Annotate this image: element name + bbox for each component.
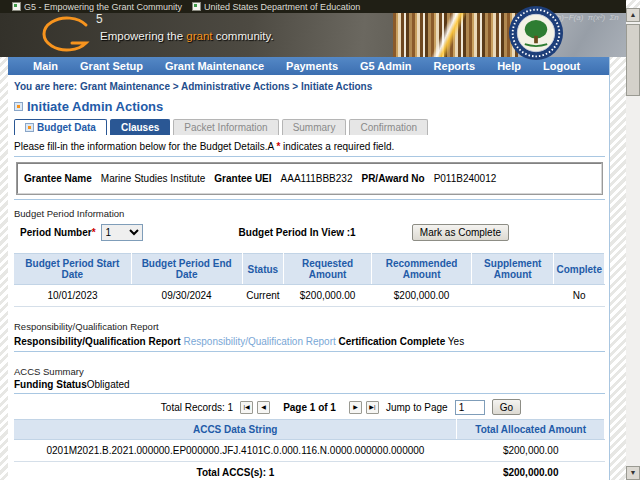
col-accs-data-string: ACCS Data String	[14, 420, 457, 440]
budget-period-controls: Period Number * 1 Budget Period In View …	[14, 224, 605, 241]
instruction-text: Please fill-in the information below for…	[14, 141, 605, 152]
cell-start-date: 10/01/2023	[14, 285, 131, 307]
col-end-date: Budget Period End Date	[131, 254, 242, 285]
tab-confirmation[interactable]: Confirmation	[349, 119, 428, 135]
nav-logout[interactable]: Logout	[532, 60, 591, 72]
banner-tagline: Empowering the grant community.	[100, 30, 274, 42]
scroll-down-icon[interactable]: ▼	[626, 466, 640, 480]
cell-total-allocated-amount: $200,000.00	[457, 440, 605, 462]
mark-as-complete-button[interactable]: Mark as Complete	[412, 224, 509, 241]
nav-payments[interactable]: Payments	[275, 60, 349, 72]
go-button[interactable]: Go	[492, 399, 521, 415]
grantee-name-value: Marine Studies Institute	[101, 173, 206, 184]
accs-total-label: Total ACCS(s): 1	[14, 462, 457, 480]
tab-clauses[interactable]: Clauses	[110, 119, 170, 135]
page-indicator: Page 1 of 1	[277, 402, 342, 413]
cell-complete: No	[554, 285, 605, 307]
budget-period-section-label: Budget Period Information	[14, 208, 605, 219]
col-status: Status	[242, 254, 283, 285]
nav-grant-maintenance[interactable]: Grant Maintenance	[154, 60, 275, 72]
accs-table: ACCS Data String Total Allocated Amount …	[14, 419, 605, 480]
budget-table-row: 10/01/2023 09/30/2024 Current $200,000.0…	[14, 285, 605, 307]
breadcrumb-grant-maintenance[interactable]: Grant Maintenance	[80, 81, 170, 92]
tab-summary[interactable]: Summary	[282, 119, 347, 135]
tab-bar: Budget Data Clauses Packet Information S…	[14, 118, 605, 135]
period-number-label: Period Number	[20, 227, 92, 238]
tab-budget-data[interactable]: Budget Data	[14, 119, 107, 135]
department-of-education-seal	[508, 5, 564, 61]
previous-page-button[interactable]: ◀	[257, 401, 270, 414]
accs-pagination-top: Total Records: 1 |◀ ◀ Page 1 of 1 ▶ ▶| J…	[14, 399, 605, 415]
resp-qual-field-label: Responsibility/Qualification Report	[14, 336, 181, 347]
certification-complete-value: Yes	[448, 336, 464, 347]
broken-image-icon	[12, 2, 21, 11]
resp-qual-section-label: Responsibility/Qualification Report	[14, 321, 605, 332]
bookshelf-image	[393, 13, 518, 57]
col-supplement-amount: Supplement Amount	[472, 254, 554, 285]
divider	[14, 156, 605, 157]
cell-recommended-amount: $200,000.00	[372, 285, 472, 307]
content-frame: Main Grant Setup Grant Maintenance Payme…	[8, 57, 610, 480]
cell-status: Current	[242, 285, 283, 307]
period-number-select[interactable]: 1	[101, 224, 143, 241]
breadcrumb: You are here: Grant Maintenance > Admini…	[14, 81, 605, 92]
budget-period-in-view: Budget Period In View :1	[239, 227, 356, 238]
broken-image-icon	[192, 2, 201, 11]
next-page-button[interactable]: ▶	[349, 401, 362, 414]
grantee-uei-label: Grantee UEI	[214, 173, 271, 184]
col-recommended-amount: Recommended Amount	[372, 254, 472, 285]
scroll-up-icon[interactable]: ▲	[626, 8, 640, 22]
nav-reports[interactable]: Reports	[423, 60, 487, 72]
divider	[14, 351, 605, 352]
col-requested-amount: Requested Amount	[284, 254, 372, 285]
col-complete: Complete	[554, 254, 605, 285]
accs-table-header-row: ACCS Data String Total Allocated Amount	[14, 420, 605, 440]
g5-alt-text: G5 - Empowering the Grant Community	[24, 2, 182, 12]
accs-total-row: Total ACCS(s): 1 $200,000.00	[14, 462, 605, 480]
jump-to-page-label: Jump to Page	[386, 402, 448, 413]
divider	[14, 199, 605, 200]
cell-accs-data-string: 0201M2021.B.2021.000000.EP000000.JFJ.410…	[14, 440, 457, 462]
funding-status-value: Obligated	[87, 379, 130, 390]
scrollbar-thumb[interactable]	[626, 24, 640, 96]
g5-alt-label: G5 - Empowering the Grant Community	[12, 2, 182, 12]
first-page-button[interactable]: |◀	[240, 401, 253, 414]
grantee-uei-value: AAA111BBB232	[281, 173, 353, 184]
section-icon	[14, 102, 23, 111]
tab-packet-information[interactable]: Packet Information	[173, 119, 278, 135]
accs-table-row: 0201M2021.B.2021.000000.EP000000.JFJ.410…	[14, 440, 605, 462]
funding-status-label: Funding Status	[14, 379, 87, 390]
pr-award-value: P011B240012	[434, 173, 497, 184]
funding-status-row: Funding StatusObligated	[14, 379, 605, 394]
cell-requested-amount: $200,000.00	[284, 285, 372, 307]
cell-end-date: 09/30/2024	[131, 285, 242, 307]
tab-icon	[25, 123, 34, 132]
jump-to-page-input[interactable]	[455, 400, 485, 415]
page-title: Initiate Admin Actions	[14, 99, 605, 114]
page-body: You are here: Grant Maintenance > Admini…	[8, 81, 609, 480]
last-page-button[interactable]: ▶|	[366, 401, 379, 414]
certification-complete-label: Certification Complete	[339, 336, 446, 347]
breadcrumb-initiate-actions: Initiate Actions	[301, 81, 372, 92]
nav-grant-setup[interactable]: Grant Setup	[69, 60, 154, 72]
nav-g5-admin[interactable]: G5 Admin	[349, 60, 423, 72]
g5-logo-icon	[38, 13, 98, 57]
budget-period-table: Budget Period Start Date Budget Period E…	[14, 253, 605, 307]
budget-table-header-row: Budget Period Start Date Budget Period E…	[14, 254, 605, 285]
accs-total-value: $200,000.00	[457, 462, 605, 480]
cell-supplement-amount	[472, 285, 554, 307]
col-start-date: Budget Period Start Date	[14, 254, 131, 285]
breadcrumb-administrative-actions[interactable]: Administrative Actions	[181, 81, 290, 92]
accs-summary-section-label: ACCS Summary	[14, 366, 605, 377]
ed-alt-label: United States Department of Education	[192, 2, 360, 12]
grantee-info-box: Grantee Name Marine Studies Institute Gr…	[16, 162, 603, 195]
resp-qual-report-link[interactable]: Responsibility/Qualification Report	[183, 336, 335, 347]
g5-logo-5: 5	[96, 12, 103, 26]
total-records-label: Total Records: 1	[161, 402, 233, 413]
vertical-scrollbar[interactable]: ▲ ▼	[626, 8, 640, 480]
nav-main[interactable]: Main	[22, 60, 69, 72]
ed-alt-text: United States Department of Education	[204, 2, 360, 12]
pr-award-label: PR/Award No	[361, 173, 424, 184]
nav-help[interactable]: Help	[486, 60, 532, 72]
resp-qual-row: Responsibility/Qualification Report Resp…	[14, 336, 605, 347]
